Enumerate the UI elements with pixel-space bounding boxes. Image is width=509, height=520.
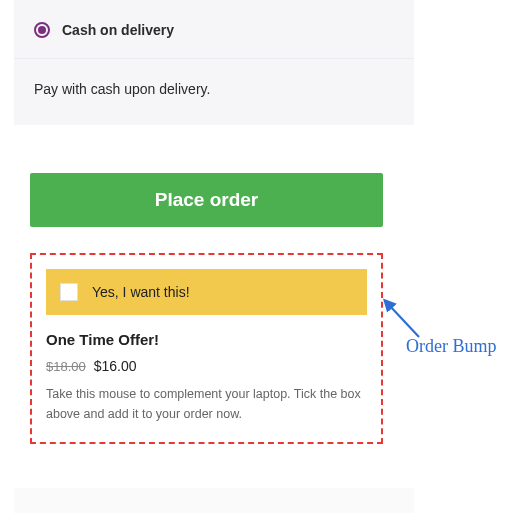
radio-selected-icon bbox=[34, 22, 50, 38]
order-bump-accept-bar[interactable]: Yes, I want this! bbox=[46, 269, 367, 315]
faint-footer-bar bbox=[14, 488, 414, 513]
annotation-label: Order Bump bbox=[406, 336, 496, 357]
order-bump-description: Take this mouse to complement your lapto… bbox=[46, 384, 367, 424]
payment-method-description: Pay with cash upon delivery. bbox=[14, 59, 414, 125]
place-order-button[interactable]: Place order bbox=[30, 173, 383, 227]
order-bump-price-new: $16.00 bbox=[94, 358, 137, 374]
order-bump-price-old: $18.00 bbox=[46, 359, 86, 374]
order-bump-accept-label: Yes, I want this! bbox=[92, 284, 190, 300]
order-bump-checkbox[interactable] bbox=[60, 283, 78, 301]
order-bump-title: One Time Offer! bbox=[46, 331, 367, 348]
order-bump-price-row: $18.00 $16.00 bbox=[46, 358, 367, 374]
payment-method-label: Cash on delivery bbox=[62, 22, 174, 38]
payment-method-option[interactable]: Cash on delivery bbox=[14, 0, 414, 59]
order-bump-box: Yes, I want this! One Time Offer! $18.00… bbox=[30, 253, 383, 444]
payment-method-box: Cash on delivery Pay with cash upon deli… bbox=[14, 0, 414, 125]
checkout-container: Place order Yes, I want this! One Time O… bbox=[14, 157, 399, 456]
